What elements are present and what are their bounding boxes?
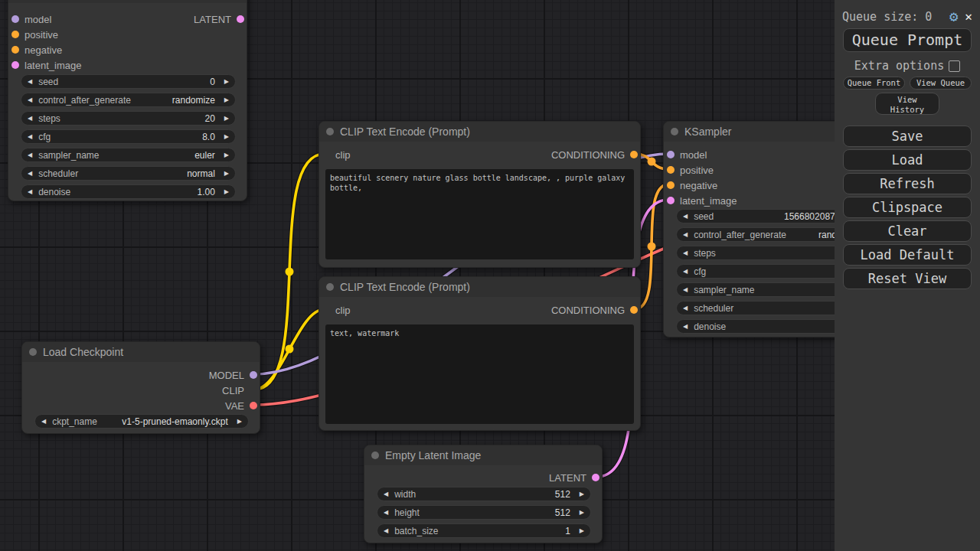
input-slot-positive[interactable]: positive (8, 27, 58, 42)
conditioning-slot-icon[interactable] (11, 31, 19, 38)
clear-button[interactable]: Clear (843, 220, 972, 242)
node-title-bar[interactable]: CLIP Text Encode (Prompt) (319, 122, 640, 142)
decrement-arrow-icon[interactable] (28, 171, 32, 177)
decrement-arrow-icon[interactable] (683, 214, 688, 220)
decrement-arrow-icon[interactable] (384, 510, 388, 516)
decrement-arrow-icon[interactable] (28, 189, 32, 195)
decrement-arrow-icon[interactable] (683, 250, 688, 256)
output-slot-vae[interactable]: VAE (225, 398, 260, 413)
output-slot-latent[interactable]: LATENT (194, 11, 247, 27)
conditioning-slot-icon[interactable] (11, 46, 19, 54)
vae-slot-icon[interactable] (250, 402, 257, 409)
load-default-button[interactable]: Load Default (843, 244, 972, 266)
latent-slot-icon[interactable] (11, 61, 19, 69)
output-slot-model[interactable]: MODEL (209, 367, 260, 383)
decrement-arrow-icon[interactable] (41, 419, 46, 425)
collapse-dot-icon[interactable] (29, 348, 37, 356)
widget-steps[interactable]: steps (676, 246, 861, 260)
widget-seed[interactable]: seed1566802087 (676, 209, 861, 223)
decrement-arrow-icon[interactable] (683, 232, 688, 238)
decrement-arrow-icon[interactable] (384, 491, 388, 497)
latent-slot-icon[interactable] (667, 197, 675, 204)
widget-denoise[interactable]: denoise (676, 319, 861, 334)
increment-arrow-icon[interactable] (224, 189, 229, 195)
collapse-dot-icon[interactable] (671, 128, 678, 135)
node-title-bar[interactable]: KSampler (8, 0, 247, 3)
widget-height[interactable]: height512 (377, 505, 591, 520)
positive-prompt-textarea[interactable]: beautiful scenery nature glass bottle la… (325, 169, 634, 259)
conditioning-slot-icon[interactable] (630, 306, 638, 314)
input-slot-clip[interactable]: clip (319, 147, 351, 162)
close-icon[interactable]: ✕ (965, 11, 972, 23)
decrement-arrow-icon[interactable] (384, 528, 388, 534)
node-title-bar[interactable]: CLIP Text Encode (Prompt) (319, 277, 640, 297)
node-title-bar[interactable]: Empty Latent Image (364, 445, 602, 465)
conditioning-slot-icon[interactable] (630, 151, 638, 158)
clip-slot-icon[interactable] (322, 306, 330, 314)
input-slot-negative[interactable]: negative (8, 42, 62, 57)
increment-arrow-icon[interactable] (224, 79, 229, 85)
decrement-arrow-icon[interactable] (683, 324, 688, 330)
widget-batch-size[interactable]: batch_size1 (377, 523, 591, 538)
decrement-arrow-icon[interactable] (683, 269, 688, 275)
node-empty-latent-image[interactable]: Empty Latent Image LATENT width512 heigh… (364, 445, 603, 543)
increment-arrow-icon[interactable] (224, 134, 229, 140)
widget-cfg[interactable]: cfg8.0 (21, 129, 236, 144)
input-slot-latent-image[interactable]: latent_image (8, 57, 81, 73)
input-slot-latent-image[interactable]: latent_image (664, 193, 737, 208)
widget-scheduler[interactable]: scheduler (676, 301, 861, 315)
widget-control-after-generate[interactable]: control_after_generaterandomize (676, 227, 861, 242)
negative-prompt-textarea[interactable]: text, watermark (325, 324, 634, 424)
model-slot-icon[interactable] (11, 15, 19, 23)
clip-slot-icon[interactable] (322, 151, 330, 158)
conditioning-slot-icon[interactable] (667, 181, 675, 189)
latent-slot-icon[interactable] (237, 15, 244, 23)
collapse-dot-icon[interactable] (326, 283, 334, 291)
collapse-dot-icon[interactable] (326, 128, 334, 135)
widget-cfg[interactable]: cfg (676, 264, 861, 279)
widget-sampler-name[interactable]: sampler_name (676, 282, 861, 297)
increment-arrow-icon[interactable] (580, 491, 584, 497)
widget-ckpt-name[interactable]: ckpt_namev1-5-pruned-emaonly.ckpt (34, 414, 249, 429)
extra-options-checkbox[interactable] (949, 60, 960, 72)
latent-slot-icon[interactable] (592, 474, 599, 481)
input-slot-model[interactable]: model (664, 147, 707, 162)
widget-seed[interactable]: seed0 (21, 74, 236, 89)
node-load-checkpoint[interactable]: Load Checkpoint MODEL CLIP VAE ckpt_name… (21, 341, 260, 434)
input-slot-negative[interactable]: negative (664, 178, 717, 193)
increment-arrow-icon[interactable] (237, 419, 242, 425)
load-button[interactable]: Load (843, 149, 972, 171)
output-slot-clip[interactable]: CLIP (222, 383, 260, 398)
conditioning-slot-icon[interactable] (667, 166, 675, 174)
view-queue-button[interactable]: View Queue (910, 77, 972, 90)
settings-gear-icon[interactable]: ⚙ (949, 9, 958, 24)
collapse-dot-icon[interactable] (371, 452, 379, 459)
decrement-arrow-icon[interactable] (28, 134, 32, 140)
widget-sampler-name[interactable]: sampler_nameeuler (21, 148, 236, 162)
increment-arrow-icon[interactable] (224, 171, 229, 177)
widget-control-after-generate[interactable]: control_after_generaterandomize (21, 93, 236, 107)
increment-arrow-icon[interactable] (224, 116, 229, 122)
decrement-arrow-icon[interactable] (28, 152, 32, 158)
decrement-arrow-icon[interactable] (28, 97, 32, 103)
widget-steps[interactable]: steps20 (21, 111, 236, 126)
input-slot-positive[interactable]: positive (664, 162, 714, 178)
decrement-arrow-icon[interactable] (683, 287, 688, 293)
refresh-button[interactable]: Refresh (843, 173, 972, 194)
widget-width[interactable]: width512 (377, 487, 591, 501)
decrement-arrow-icon[interactable] (683, 305, 688, 311)
decrement-arrow-icon[interactable] (28, 79, 32, 85)
model-slot-icon[interactable] (667, 151, 675, 158)
increment-arrow-icon[interactable] (580, 528, 584, 534)
input-slot-clip[interactable]: clip (319, 302, 351, 318)
widget-denoise[interactable]: denoise1.00 (21, 184, 236, 199)
queue-front-button[interactable]: Queue Front (843, 77, 905, 90)
increment-arrow-icon[interactable] (224, 97, 229, 103)
output-slot-latent[interactable]: LATENT (549, 470, 602, 485)
increment-arrow-icon[interactable] (580, 510, 584, 516)
save-button[interactable]: Save (843, 126, 972, 147)
queue-prompt-button[interactable]: Queue Prompt (843, 28, 972, 52)
clipspace-button[interactable]: Clipspace (843, 197, 972, 218)
node-graph-canvas[interactable]: KSampler model positive negative latent_… (0, 0, 980, 551)
node-clip-text-encode-negative[interactable]: CLIP Text Encode (Prompt) clip CONDITION… (318, 276, 641, 431)
